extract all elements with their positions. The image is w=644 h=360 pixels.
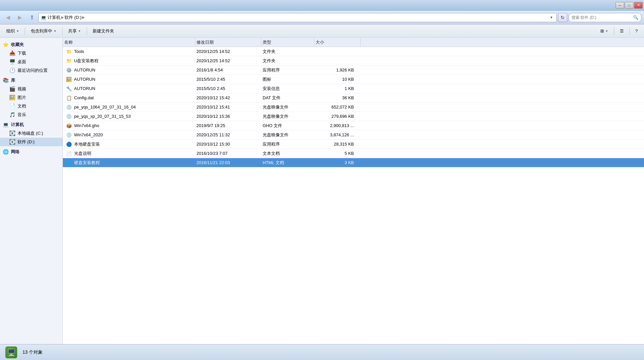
cell-name: 🌐 硬盘安装教程 <box>63 159 195 166</box>
sidebar-network-title[interactable]: 🌐 网络 <box>0 148 63 156</box>
file-icon: 💿 <box>65 104 72 111</box>
close-button[interactable]: ✕ <box>634 2 643 9</box>
breadcrumb-drive[interactable]: 软件 (D:) <box>64 15 81 21</box>
table-row[interactable]: 📋 Config.dat 2020/10/12 15:42 DAT 文件 36 … <box>63 93 644 103</box>
help-label: ? <box>635 28 638 33</box>
cell-date: 2020/12/25 14:52 <box>195 58 261 63</box>
view-style-button[interactable]: ☰ <box>616 26 627 36</box>
col-header-date[interactable]: 修改日期 <box>195 38 261 47</box>
sidebar-item-music[interactable]: 🎵 音乐 <box>0 111 63 119</box>
forward-button[interactable]: ▶ <box>15 13 25 22</box>
sidebar-item-pictures[interactable]: 🖼️ 图片 <box>0 93 63 102</box>
sidebar-favorites-section: ⭐ 收藏夹 📥 下载 🖥️ 桌面 🕐 最近访问的位置 <box>0 40 63 75</box>
table-row[interactable]: 📁 U盘安装教程 2020/12/25 14:52 文件夹 <box>63 56 644 66</box>
cell-type: DAT 文件 <box>261 95 314 101</box>
toolbar-sep-1 <box>25 27 25 35</box>
cell-type: HTML 文档 <box>261 160 314 166</box>
new-folder-button[interactable]: 新建文件夹 <box>89 26 118 36</box>
cell-date: 2020/10/12 15:41 <box>195 105 261 110</box>
file-name: Win7x64_2020 <box>74 132 103 137</box>
cell-size: 3 KB <box>314 160 361 165</box>
file-icon: 📋 <box>65 95 72 101</box>
file-name: AUTORUN <box>74 68 95 72</box>
table-row[interactable]: 🔵 本地硬盘安装 2020/10/12 15:30 应用程序 28,315 KB <box>63 140 644 149</box>
c-drive-label: 本地磁盘 (C:) <box>18 130 43 136</box>
table-row[interactable]: 💿 pe_yqs_1064_20_07_31_16_04 2020/10/12 … <box>63 103 644 112</box>
cell-type: 光盘映像文件 <box>261 113 314 119</box>
include-library-button[interactable]: 包含到库中 ▼ <box>27 26 60 36</box>
cell-size: 279,696 KB <box>314 114 361 119</box>
d-drive-icon: 💽 <box>9 139 16 145</box>
include-library-arrow: ▼ <box>54 29 57 33</box>
cell-name: 💿 pe_yqs_xp_20_07_31_15_53 <box>63 113 195 120</box>
address-dropdown-button[interactable]: ▼ <box>548 14 554 21</box>
file-name: Tools <box>74 49 84 54</box>
breadcrumb-computer[interactable]: 计算机 <box>48 15 61 21</box>
minimize-button[interactable]: ─ <box>616 2 624 9</box>
cell-name: 🖼️ AUTORUN <box>63 76 195 83</box>
search-input[interactable] <box>572 15 632 20</box>
sidebar-item-video[interactable]: 🎬 视频 <box>0 85 63 93</box>
refresh-button[interactable]: ↻ <box>558 13 567 22</box>
cell-size: 2,900,813 ... <box>314 123 361 128</box>
sidebar-item-d-drive[interactable]: 💽 软件 (D:) <box>0 138 63 146</box>
file-name: AUTORUN <box>74 86 95 91</box>
video-label: 视频 <box>18 86 26 92</box>
sidebar-favorites-title[interactable]: ⭐ 收藏夹 <box>0 40 63 49</box>
cell-size: 1,926 KB <box>314 68 361 72</box>
back-button[interactable]: ◀ <box>3 13 13 22</box>
organize-arrow: ▼ <box>16 29 19 33</box>
c-drive-icon: 💽 <box>9 130 16 136</box>
library-label: 库 <box>11 77 15 83</box>
table-row[interactable]: ⚙️ AUTORUN 2016/1/8 4:54 应用程序 1,926 KB <box>63 66 644 75</box>
music-icon: 🎵 <box>9 112 16 118</box>
cell-date: 2016/10/23 7:07 <box>195 151 261 156</box>
file-area[interactable]: 名称 修改日期 类型 大小 📁 Tools 2020/12/25 14:52 文… <box>63 38 644 344</box>
table-row[interactable]: 📦 Win7x64.gho 2019/9/7 19:25 GHO 文件 2,90… <box>63 121 644 130</box>
cell-name: 💿 pe_yqs_1064_20_07_31_16_04 <box>63 104 195 111</box>
sidebar-item-recent[interactable]: 🕐 最近访问的位置 <box>0 66 63 75</box>
table-row[interactable]: 🖼️ AUTORUN 2015/5/10 2:45 图标 10 KB <box>63 75 644 84</box>
toolbar-sep-4 <box>614 27 614 35</box>
sidebar-item-downloads[interactable]: 📥 下载 <box>0 49 63 58</box>
maximize-button[interactable]: □ <box>625 2 633 9</box>
cell-size: 28,315 KB <box>314 142 361 147</box>
file-icon: ⚙️ <box>65 67 72 73</box>
cell-size: 5 KB <box>314 151 361 156</box>
sidebar-computer-title[interactable]: 💻 计算机 <box>0 120 63 129</box>
sidebar-item-documents[interactable]: 📄 文档 <box>0 102 63 111</box>
breadcrumb: 计算机 ▶ 软件 (D:) ▶ <box>48 15 547 21</box>
share-button[interactable]: 共享 ▼ <box>64 26 85 36</box>
col-header-size[interactable]: 大小 <box>314 38 361 47</box>
cell-name: ⚙️ AUTORUN <box>63 67 195 73</box>
col-type-label: 类型 <box>263 39 271 45</box>
sidebar-item-desktop[interactable]: 🖥️ 桌面 <box>0 58 63 66</box>
table-row[interactable]: 💿 pe_yqs_xp_20_07_31_15_53 2020/10/12 15… <box>63 112 644 121</box>
computer-label: 计算机 <box>11 122 24 128</box>
table-row[interactable]: 📄 光盘说明 2016/10/23 7:07 文本文档 5 KB <box>63 149 644 158</box>
file-name: U盘安装教程 <box>74 58 99 64</box>
file-list-header: 名称 修改日期 类型 大小 <box>63 38 644 47</box>
table-row[interactable]: 🌐 硬盘安装教程 2016/11/21 22:03 HTML 文档 3 KB <box>63 158 644 167</box>
documents-label: 文档 <box>18 103 26 109</box>
sidebar-item-c-drive[interactable]: 💽 本地磁盘 (C:) <box>0 129 63 138</box>
window-controls: ─ □ ✕ <box>616 2 643 9</box>
cell-size: 1 KB <box>314 86 361 91</box>
cell-date: 2020/12/25 14:52 <box>195 49 261 54</box>
up-button[interactable]: ⇧ <box>26 13 37 22</box>
col-header-name[interactable]: 名称 <box>63 38 195 47</box>
recent-icon: 🕐 <box>9 68 16 73</box>
table-row[interactable]: 🔧 AUTORUN 2015/5/10 2:45 安装信息 1 KB <box>63 84 644 93</box>
table-row[interactable]: 📁 Tools 2020/12/25 14:52 文件夹 <box>63 47 644 56</box>
cell-type: 应用程序 <box>261 67 314 73</box>
view-arrow: ▼ <box>605 29 608 33</box>
view-button[interactable]: ⊞ ▼ <box>597 26 612 36</box>
col-header-type[interactable]: 类型 <box>261 38 314 47</box>
cell-name: 📦 Win7x64.gho <box>63 122 195 129</box>
sidebar-library-title[interactable]: 📚 库 <box>0 76 63 85</box>
table-row[interactable]: 💿 Win7x64_2020 2020/12/25 11:32 光盘映像文件 3… <box>63 130 644 140</box>
title-bar: ─ □ ✕ <box>0 0 644 11</box>
help-button[interactable]: ? <box>632 26 641 36</box>
organize-button[interactable]: 组织 ▼ <box>3 26 23 36</box>
file-icon: 🔧 <box>65 85 72 92</box>
